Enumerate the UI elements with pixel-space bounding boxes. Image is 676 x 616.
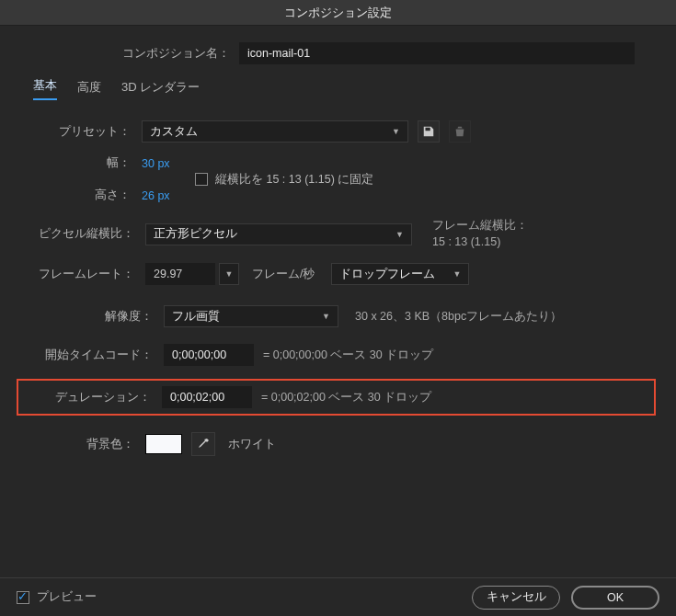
framerate-dropdown-button[interactable]: ▼ (219, 263, 239, 285)
width-label: 幅： (20, 155, 131, 171)
duration-input[interactable] (162, 386, 252, 408)
resolution-info: 30 x 26、3 KB（8bpcフレームあたり） (355, 309, 562, 325)
framerate-label: フレームレート： (20, 267, 134, 282)
start-timecode-input[interactable] (164, 344, 254, 366)
width-input[interactable]: 30 px (142, 157, 170, 170)
comp-name-input[interactable] (239, 42, 635, 64)
frame-aspect-info: フレーム縦横比： 15 : 13 (1.15) (432, 218, 528, 250)
height-label: 高さ： (20, 188, 131, 203)
save-icon (422, 125, 435, 138)
resolution-row: 解像度： フル画質 ▼ 30 x 26、3 KB（8bpcフレームあたり） (20, 305, 656, 327)
height-row: 高さ： 26 px (20, 188, 195, 203)
chevron-down-icon: ▼ (453, 269, 462, 279)
start-timecode-label: 開始タイムコード： (20, 348, 153, 363)
pixel-aspect-select[interactable]: 正方形ピクセル ▼ (145, 223, 412, 245)
resolution-label: 解像度： (20, 309, 153, 325)
preview-checkbox-row[interactable]: プレビュー (17, 589, 97, 605)
start-timecode-row: 開始タイムコード： = 0;00;00;00 ベース 30 ドロップ (20, 344, 656, 366)
save-preset-button[interactable] (418, 120, 440, 143)
dimensions-left: 幅： 30 px 高さ： 26 px (20, 155, 195, 203)
background-label: 背景色： (20, 437, 134, 452)
tabstrip: 基本 高度 3D レンダラー (33, 77, 656, 100)
dialog-title: コンポジション設定 (0, 0, 676, 26)
chevron-down-icon: ▼ (225, 269, 234, 279)
delete-preset-button (449, 120, 471, 143)
comp-name-label: コンポジション名： (20, 46, 230, 62)
dialog-footer: プレビュー キャンセル OK (0, 577, 676, 616)
frame-aspect-title: フレーム縦横比： (432, 219, 528, 232)
comp-name-row: コンポジション名： (20, 42, 656, 64)
chevron-down-icon: ▼ (322, 312, 330, 321)
tab-basic[interactable]: 基本 (33, 77, 57, 100)
dropframe-select[interactable]: ドロップフレーム ▼ (331, 263, 469, 285)
tab-renderer[interactable]: 3D レンダラー (121, 79, 200, 100)
framerate-value: 29.97 (154, 268, 182, 280)
composition-settings-dialog: コンポジション設定 コンポジション名： 基本 高度 3D レンダラー プリセット… (0, 0, 676, 616)
trash-icon (453, 125, 466, 138)
ok-button[interactable]: OK (571, 586, 659, 610)
duration-row: デュレーション： = 0;00;02;00 ベース 30 ドロップ (17, 379, 656, 416)
duration-label: デュレーション： (18, 390, 151, 405)
eyedropper-button[interactable] (191, 432, 215, 456)
tab-advanced[interactable]: 高度 (77, 79, 101, 100)
preset-label: プリセット： (20, 124, 131, 140)
framerate-input[interactable]: 29.97 (145, 263, 215, 285)
preset-select[interactable]: カスタム ▼ (142, 120, 408, 143)
duration-info: = 0;00;02;00 ベース 30 ドロップ (261, 390, 431, 405)
start-timecode-info: = 0;00;00;00 ベース 30 ドロップ (263, 348, 433, 363)
resolution-select[interactable]: フル画質 ▼ (164, 305, 338, 327)
pixel-aspect-value: 正方形ピクセル (154, 226, 237, 242)
preview-checkbox[interactable] (17, 591, 29, 604)
background-swatch[interactable] (145, 434, 182, 454)
dropframe-value: ドロップフレーム (339, 267, 435, 282)
chevron-down-icon: ▼ (395, 230, 404, 239)
resolution-value: フル画質 (172, 309, 220, 325)
width-row: 幅： 30 px (20, 155, 195, 171)
lock-aspect-label: 縦横比を 15 : 13 (1.15) に固定 (215, 172, 373, 188)
preset-row: プリセット： カスタム ▼ (20, 120, 656, 143)
dialog-body: コンポジション名： 基本 高度 3D レンダラー プリセット： カスタム ▼ (0, 26, 676, 577)
chevron-down-icon: ▼ (392, 127, 400, 136)
lock-aspect-row: 縦横比を 15 : 13 (1.15) に固定 (195, 155, 373, 203)
lock-aspect-checkbox[interactable] (195, 173, 208, 186)
preview-label: プレビュー (37, 589, 97, 605)
height-input[interactable]: 26 px (142, 189, 170, 202)
preset-value: カスタム (150, 124, 198, 140)
cancel-button[interactable]: キャンセル (472, 586, 560, 610)
background-name: ホワイト (228, 437, 276, 452)
pixel-aspect-row: ピクセル縦横比： 正方形ピクセル ▼ フレーム縦横比： 15 : 13 (1.1… (20, 218, 656, 250)
dimensions-block: 幅： 30 px 高さ： 26 px 縦横比を 15 : 13 (1.15) に… (20, 155, 656, 203)
framerate-unit: フレーム/秒 (252, 267, 315, 282)
pixel-aspect-label: ピクセル縦横比： (20, 226, 134, 242)
eyedropper-icon (196, 437, 211, 451)
background-row: 背景色： ホワイト (20, 432, 656, 456)
frame-aspect-value: 15 : 13 (1.15) (432, 235, 500, 248)
framerate-row: フレームレート： 29.97 ▼ フレーム/秒 ドロップフレーム ▼ (20, 263, 656, 285)
